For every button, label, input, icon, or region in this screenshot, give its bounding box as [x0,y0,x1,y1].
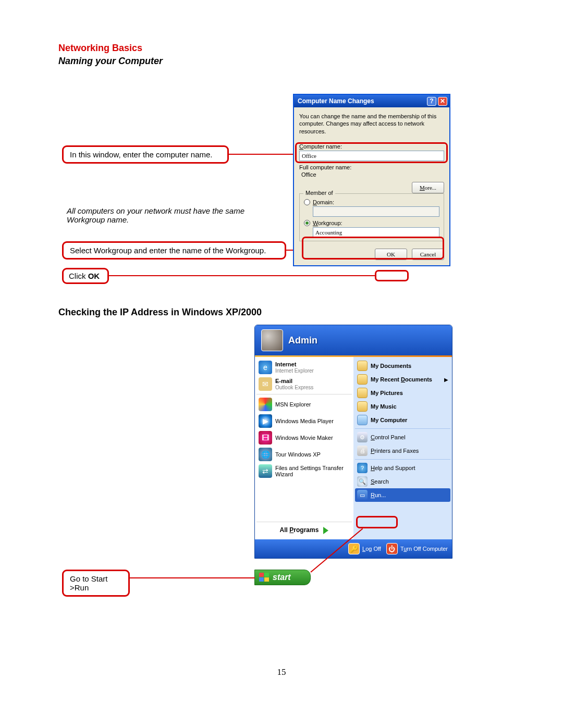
connector-c3 [109,275,375,276]
menu-item-my-documents[interactable]: My Documents [355,359,450,373]
start-menu-footer: 🔑 Log Off ⏻ Turn Off Computer [255,539,452,558]
internet-title: Internet [275,361,296,367]
tour-icon: 🌐 [259,448,272,461]
cpanel-label: Control Panel [371,434,406,440]
all-programs[interactable]: All Programs [256,522,352,537]
section-heading: Networking Basics [58,43,505,54]
chevron-right-icon [323,527,328,534]
menu-item-search[interactable]: 🔍 Search [355,475,450,488]
connector-c1 [229,154,295,155]
tour-label: Tour Windows XP [275,451,321,458]
page-number: 15 [0,667,563,677]
wmm-label: Windows Movie Maker [275,435,333,441]
highlight-ok [375,270,409,281]
help-icon: ? [357,463,368,473]
folder-icon [357,361,368,371]
menu-item-my-computer[interactable]: My Computer [355,413,450,427]
workgroup-label: Workgroup: [313,220,342,226]
menu-item-help[interactable]: ? Help and Support [355,461,450,475]
user-avatar-icon [261,329,283,351]
callout-start-run: Go to Start >Run [62,570,130,597]
run-icon: ▭ [357,490,368,500]
member-of-legend: Member of [303,190,335,196]
start-menu-right-column: My Documents My Recent Documents ▶ My Pi… [353,357,452,539]
menu-item-my-music[interactable]: My Music [355,400,450,413]
connector-c4 [130,577,255,578]
internet-explorer-icon: e [259,361,272,374]
user-name: Admin [288,335,317,346]
close-icon[interactable]: ✕ [438,97,447,106]
member-of-group: Member of Domain: Workgroup: [299,193,444,241]
mycomp-label: My Computer [371,417,407,423]
separator [256,394,352,394]
printers-label: Printers and Faxes [371,448,419,454]
mydocs-label: My Documents [371,363,411,369]
help-icon[interactable]: ? [427,97,436,106]
start-button[interactable]: start [254,570,311,585]
recent-label: My Recent Documents [371,376,432,382]
menu-item-wmp[interactable]: ▶ Windows Media Player [256,413,352,429]
highlight-workgroup [302,237,444,260]
menu-item-tour[interactable]: 🌐 Tour Windows XP [256,446,352,463]
callout-ok: Click OK [62,268,109,284]
wmp-label: Windows Media Player [275,418,334,424]
callout-ok-pre: Click [69,272,88,280]
workgroup-radio-row[interactable]: Workgroup: [304,220,439,226]
domain-radio[interactable] [304,199,310,205]
msn-icon [259,398,272,411]
domain-radio-row[interactable]: Domain: [304,199,439,205]
menu-item-msn[interactable]: MSN Explorer [256,396,352,413]
note-workgroup: All computers on your network must have … [67,206,275,224]
logoff-label: Log Off [362,546,381,552]
document-page: Networking Basics Naming your Computer [58,43,505,67]
highlight-run [356,516,398,528]
workgroup-input[interactable] [313,227,439,238]
mymusic-label: My Music [371,403,397,410]
windows-flag-icon [259,573,270,582]
dialog-titlebar[interactable]: Computer Name Changes ? ✕ [294,95,449,107]
dialog-title: Computer Name Changes [298,97,374,105]
internet-sub: Internet Explorer [275,368,314,374]
chevron-right-icon: ▶ [444,377,448,382]
more-button[interactable]: More... [412,182,444,193]
menu-item-my-pictures[interactable]: My Pictures [355,386,450,400]
section-subtitle: Naming your Computer [58,56,505,67]
turnoff-label: Turn Off Computer [400,546,448,552]
menu-item-email[interactable]: ✉ E-mailOutlook Express [256,376,352,392]
folder-icon [357,374,368,385]
fst-label: Files and Settings Transfer Wizard [275,465,350,477]
media-player-icon: ▶ [259,414,272,428]
menu-item-fst-wizard[interactable]: ⇄ Files and Settings Transfer Wizard [256,463,352,479]
email-title: E-mail [275,378,292,384]
control-panel-icon: ⚙ [357,432,368,442]
menu-item-run[interactable]: ▭ Run... [355,488,450,502]
start-menu-header: Admin [255,325,452,355]
start-button-label: start [273,573,291,582]
domain-input [313,206,439,217]
menu-item-printers[interactable]: 🖨 Printers and Faxes [355,444,450,458]
turnoff-button[interactable]: ⏻ Turn Off Computer [386,543,448,554]
transfer-wizard-icon: ⇄ [259,464,272,478]
folder-icon [357,388,368,398]
callout-ok-bold: OK [88,272,100,280]
logoff-button[interactable]: 🔑 Log Off [348,543,381,554]
search-icon: 🔍 [357,476,368,487]
workgroup-radio[interactable] [304,220,310,226]
full-computer-name-value: Office [301,171,444,178]
full-computer-name-label: Full computer name: [299,164,444,170]
all-programs-label: All Programs [280,526,319,534]
help-label: Help and Support [371,465,415,471]
menu-item-recent-documents[interactable]: My Recent Documents ▶ [355,373,450,386]
menu-item-movie-maker[interactable]: 🎞 Windows Movie Maker [256,429,352,446]
power-icon: ⏻ [386,543,398,554]
email-icon: ✉ [259,377,272,391]
dialog-description: You can change the name and the membersh… [299,113,444,135]
separator [355,428,450,429]
menu-item-control-panel[interactable]: ⚙ Control Panel [355,430,450,444]
email-sub: Outlook Express [275,385,313,390]
separator [355,459,450,460]
domain-label: Domain: [313,199,334,205]
mypics-label: My Pictures [371,390,403,396]
movie-maker-icon: 🎞 [259,431,272,445]
menu-item-internet[interactable]: e InternetInternet Explorer [256,359,352,376]
